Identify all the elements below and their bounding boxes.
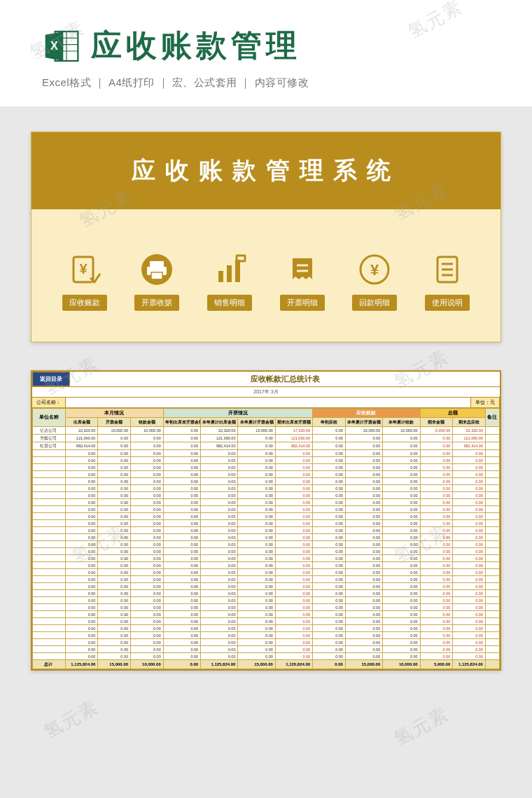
watermark: 氢元素: [40, 694, 104, 743]
nav-payment-detail[interactable]: ¥ 回款明细: [352, 251, 397, 311]
col-notes: 备注: [485, 409, 499, 427]
table-row: 0.000.000.000.000.000.000.000.000.000.00…: [33, 485, 500, 492]
sub-t1: 期末金额: [420, 418, 453, 427]
totals-row: 总计1,125,824.0015,000.0010,000.000.001,12…: [33, 660, 500, 669]
sub-i4: 期末出库未开票额: [275, 418, 312, 427]
sub-m2: 开票金额: [98, 418, 131, 427]
grp-month: 本月情况: [65, 409, 163, 418]
svg-text:¥: ¥: [79, 261, 88, 276]
receipt-icon: [284, 251, 321, 288]
nav-label: 销售明细: [207, 295, 252, 311]
nav-label: 开票收据: [134, 295, 179, 311]
sub-m1: 出库金额: [65, 418, 98, 427]
sub-i3: 本年累计开票金额: [238, 418, 275, 427]
sub-m3: 收款金额: [131, 418, 164, 427]
dashboard-nav: ¥ 应收账款 开票收据: [31, 209, 500, 342]
yen-coin-icon: ¥: [356, 251, 393, 288]
company-label: 公司名称：: [32, 398, 66, 407]
nav-label: 应收账款: [62, 295, 107, 311]
table-row: 0.000.000.000.000.000.000.000.000.000.00…: [33, 611, 500, 618]
nav-label: 开票明细: [280, 295, 325, 311]
table-row: 0.000.000.000.000.000.000.000.000.000.00…: [33, 555, 500, 562]
table-row: 0.000.000.000.000.000.000.000.000.000.00…: [33, 534, 500, 541]
table-row: 0.000.000.000.000.000.000.000.000.000.00…: [33, 527, 500, 534]
sub-t2: 期末总应收: [453, 418, 486, 427]
table-row: 0.000.000.000.000.000.000.000.000.000.00…: [33, 464, 500, 471]
sub-i1: 年初出库未开票金额: [163, 418, 200, 427]
table-row: 0.000.000.000.000.000.000.000.000.000.00…: [33, 548, 500, 555]
grp-total: 总额: [420, 409, 485, 418]
table-row: 0.000.000.000.000.000.000.000.000.000.00…: [33, 632, 500, 639]
sub-r1: 年初应收: [313, 418, 346, 427]
table-row: 0.000.000.000.000.000.000.000.000.000.00…: [33, 639, 500, 646]
table-row: 0.000.000.000.000.000.000.000.000.000.00…: [33, 520, 500, 527]
bar-chart-icon: [211, 251, 248, 288]
table-row: 0.000.000.000.000.000.000.000.000.000.00…: [33, 646, 500, 653]
nav-sales-detail[interactable]: 销售明细: [207, 251, 252, 311]
sub-r3: 本年累计收款: [383, 418, 420, 427]
table-row: 0.000.000.000.000.000.000.000.000.000.00…: [33, 583, 500, 590]
grp-recv: 应收账款: [313, 409, 420, 418]
back-to-index-button[interactable]: 返回目录: [32, 372, 70, 386]
svg-rect-15: [235, 260, 240, 282]
page-title: 应收账款管理: [91, 25, 301, 66]
svg-rect-12: [151, 272, 162, 279]
svg-rect-10: [150, 261, 164, 267]
table-row: 0.000.000.000.000.000.000.000.000.000.00…: [33, 569, 500, 576]
dashboard-banner: 应收账款管理系统: [31, 132, 500, 209]
table-row: 0.000.000.000.000.000.000.000.000.000.00…: [33, 541, 500, 548]
watermark: 氢元素: [390, 701, 454, 750]
svg-text:X: X: [50, 38, 58, 51]
table-row: 0.000.000.000.000.000.000.000.000.000.00…: [33, 471, 500, 478]
dashboard-card: 应收账款管理系统 ¥ 应收账款 开票收据: [31, 132, 501, 342]
table-row: 0.000.000.000.000.000.000.000.000.000.00…: [33, 618, 500, 625]
table-row: 0.000.000.000.000.000.000.000.000.000.00…: [33, 499, 500, 506]
table-row: 0.000.000.000.000.000.000.000.000.000.00…: [33, 653, 500, 660]
table-row: 红景公司982,414.000.000.000.00982,414.000.00…: [33, 442, 500, 450]
table-row: 0.000.000.000.000.000.000.000.000.000.00…: [33, 513, 500, 520]
table-row: 0.000.000.000.000.000.000.000.000.000.00…: [33, 597, 500, 604]
table-row: 亿达公司22,320.0015,000.0010,000.000.0022,32…: [33, 427, 500, 435]
svg-rect-13: [218, 271, 223, 282]
table-row: 0.000.000.000.000.000.000.000.000.000.00…: [33, 478, 500, 485]
data-table: 单位名称 本月情况 开票情况 应收账款 总额 备注 出库金额 开票金额 收款金额…: [32, 408, 500, 669]
sub-info: Excel格式 ｜ A4纸打印 ｜ 宏、公式套用 ｜ 内容可修改: [42, 76, 532, 90]
table-row: 0.000.000.000.000.000.000.000.000.000.00…: [33, 562, 500, 569]
sub-r2: 本年累计开票金额: [345, 418, 382, 427]
sheet-title: 应收帐款汇总统计表: [70, 372, 500, 386]
table-row: 0.000.000.000.000.000.000.000.000.000.00…: [33, 604, 500, 611]
table-row: 0.000.000.000.000.000.000.000.000.000.00…: [33, 506, 500, 513]
nav-instructions[interactable]: 使用说明: [425, 251, 470, 311]
table-row: 0.000.000.000.000.000.000.000.000.000.00…: [33, 492, 500, 499]
yen-document-icon: ¥: [66, 251, 103, 288]
nav-label: 使用说明: [425, 295, 470, 311]
nav-receivable[interactable]: ¥ 应收账款: [62, 251, 107, 311]
table-row: 0.000.000.000.000.000.000.000.000.000.00…: [33, 457, 500, 464]
spreadsheet-preview: 返回目录 应收帐款汇总统计表 2017年 3月 公司名称： 单位：元 单位名称 …: [31, 370, 501, 671]
nav-label: 回款明细: [352, 295, 397, 311]
table-row: 0.000.000.000.000.000.000.000.000.000.00…: [33, 576, 500, 583]
grp-invoice: 开票情况: [163, 409, 312, 418]
table-body: 亿达公司22,320.0015,000.0010,000.000.0022,32…: [33, 427, 500, 660]
document-lines-icon: [429, 251, 465, 288]
table-row: 0.000.000.000.000.000.000.000.000.000.00…: [33, 450, 500, 457]
table-row: 方辉公司121,090.000.000.000.00121,090.000.00…: [33, 435, 500, 442]
table-row: 0.000.000.000.000.000.000.000.000.000.00…: [33, 625, 500, 632]
unit-label: 单位：元: [470, 398, 500, 407]
printer-icon: [139, 251, 175, 288]
nav-invoice-detail[interactable]: 开票明细: [280, 251, 325, 311]
col-unit: 单位名称: [33, 409, 66, 427]
table-row: 0.000.000.000.000.000.000.000.000.000.00…: [33, 590, 500, 597]
sheet-date: 2017年 3月: [32, 386, 500, 398]
nav-print-receipt[interactable]: 开票收据: [134, 251, 179, 311]
svg-rect-14: [227, 265, 232, 282]
svg-text:¥: ¥: [370, 261, 379, 279]
header: X 应收账款管理 Excel格式 ｜ A4纸打印 ｜ 宏、公式套用 ｜ 内容可修…: [0, 0, 532, 106]
svg-rect-16: [237, 255, 245, 261]
sub-i2: 本年累计出库金额: [201, 418, 238, 427]
excel-icon: X: [42, 27, 81, 66]
